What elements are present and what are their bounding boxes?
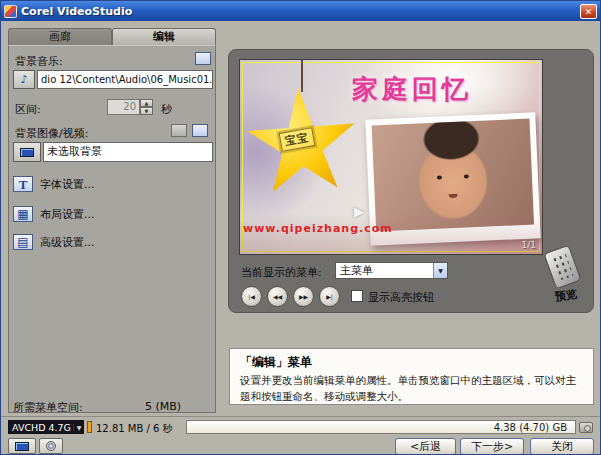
- window-title: Corel VideoStudio: [21, 5, 576, 18]
- go-last-button[interactable]: ▶|: [319, 286, 340, 307]
- duration-label: 区间:: [15, 102, 41, 117]
- monitor-icon: [20, 148, 34, 157]
- disc-icon: [579, 422, 593, 433]
- menu-preview-screen[interactable]: 宝宝 家庭回忆 ▶ www.qipeizhang.com 1/1: [239, 59, 543, 255]
- photo-image: [372, 119, 534, 232]
- tab-edit[interactable]: 编辑: [112, 28, 216, 45]
- spin-down-button[interactable]: ▼: [140, 107, 153, 115]
- play-overlay-icon[interactable]: ▶: [354, 204, 364, 219]
- duration-unit-label: 秒: [161, 102, 172, 117]
- show-highlight-checkbox[interactable]: [351, 290, 363, 302]
- current-menu-label: 当前显示的菜单:: [241, 265, 322, 280]
- chevron-down-icon[interactable]: ▼: [433, 263, 447, 278]
- go-next-button[interactable]: ▶▶: [293, 286, 314, 307]
- chevron-down-icon[interactable]: ▼: [73, 424, 84, 431]
- menu-title-text[interactable]: 家庭回忆: [352, 72, 472, 107]
- layout-settings-button[interactable]: ▦ 布局设置...: [13, 204, 213, 224]
- preview-mode-label: 预览: [554, 287, 578, 305]
- capacity-marker-icon: [87, 421, 92, 433]
- photo-face-detail: [449, 194, 458, 198]
- music-list-icon[interactable]: [195, 52, 211, 65]
- capacity-bar: 4.38 (4.70) GB: [186, 420, 576, 434]
- advanced-settings-button[interactable]: ▤ 高级设置...: [13, 232, 213, 252]
- back-button[interactable]: <后退: [395, 438, 456, 455]
- duration-value-field[interactable]: 20: [107, 99, 140, 115]
- go-first-icon: |◀: [248, 293, 255, 300]
- status-bar: AVCHD 4.7G ▼ 12.81 MB / 6 秒 4.38 (4.70) …: [1, 416, 601, 436]
- layout-settings-label: 布局设置...: [40, 207, 95, 222]
- tab-gallery[interactable]: 画廊: [8, 28, 112, 45]
- font-settings-label: 字体设置...: [40, 177, 95, 192]
- music-path-field[interactable]: dio 12\Content\Audio\06_Music01.mpa: [37, 70, 213, 89]
- background-image-label: 背景图像/视频:: [15, 126, 88, 141]
- advanced-icon: ▤: [13, 234, 33, 250]
- page-indicator: 1/1: [522, 240, 536, 250]
- background-select-field[interactable]: 未选取背景: [43, 142, 213, 162]
- remote-control-icon[interactable]: [543, 245, 581, 290]
- watermark-text: www.qipeizhang.com: [243, 222, 393, 235]
- videostudio-window: Corel VideoStudio ✕ 画廊 编辑 背景音乐: ♪ dio 12…: [0, 0, 601, 455]
- background-browse-button[interactable]: [13, 142, 41, 162]
- footer-bar: <后退 下一步> 关闭: [1, 438, 601, 455]
- layout-icon: ▦: [13, 206, 33, 222]
- spin-down-icon: ▼: [145, 108, 149, 114]
- spin-up-button[interactable]: ▲: [140, 99, 153, 107]
- disc-format-value: AVCHD 4.7G: [8, 422, 73, 433]
- current-menu-value: 主菜单: [336, 263, 433, 278]
- close-icon[interactable]: ✕: [580, 4, 597, 19]
- preview-panel: 宝宝 家庭回忆 ▶ www.qipeizhang.com 1/1 当前显示的菜单…: [228, 49, 594, 313]
- go-last-icon: ▶|: [326, 293, 333, 300]
- app-icon: [4, 5, 17, 18]
- current-menu-select[interactable]: 主菜单 ▼: [335, 262, 448, 279]
- close-button[interactable]: 关闭: [530, 438, 594, 455]
- title-bar: Corel VideoStudio ✕: [1, 1, 600, 21]
- go-previous-icon: ◀◀: [273, 293, 282, 300]
- font-icon: T: [13, 176, 33, 192]
- edit-options-panel: 背景音乐: ♪ dio 12\Content\Audio\06_Music01.…: [8, 45, 216, 413]
- burn-settings-button[interactable]: [39, 438, 63, 454]
- next-button[interactable]: 下一步>: [460, 438, 524, 455]
- font-settings-button[interactable]: T 字体设置...: [13, 174, 213, 194]
- advanced-settings-label: 高级设置...: [40, 235, 95, 250]
- image-icon[interactable]: [192, 124, 208, 137]
- music-note-icon: ♪: [20, 73, 27, 86]
- capacity-text: 4.38 (4.70) GB: [494, 422, 575, 433]
- disc-format-select[interactable]: AVCHD 4.7G ▼: [8, 420, 84, 434]
- required-space-value: 5 (MB): [145, 400, 181, 413]
- film-icon[interactable]: [171, 124, 187, 137]
- photo-face-detail: [437, 175, 442, 179]
- go-first-button[interactable]: |◀: [241, 286, 262, 307]
- required-space-label: 所需菜单空间:: [13, 400, 83, 415]
- info-box: 「编辑」菜单 设置并更改当前编辑菜单的属性。单击预览窗口中的主题区域，可以对主题…: [229, 348, 594, 405]
- background-music-label: 背景音乐:: [15, 54, 63, 69]
- monitor-icon: [15, 442, 29, 451]
- project-settings-button[interactable]: [8, 438, 36, 454]
- info-description: 设置并更改当前编辑菜单的属性。单击预览窗口中的主题区域，可以对主题和按钮重命名、…: [230, 373, 593, 405]
- info-title: 「编辑」菜单: [230, 349, 593, 373]
- music-browse-button[interactable]: ♪: [13, 70, 35, 89]
- show-highlight-label: 显示高亮按钮: [368, 290, 434, 305]
- star-string: [301, 60, 303, 92]
- used-space-text: 12.81 MB / 6 秒: [96, 422, 173, 436]
- remote-buttons-detail: [551, 252, 574, 281]
- go-next-icon: ▶▶: [299, 293, 308, 300]
- go-previous-button[interactable]: ◀◀: [267, 286, 288, 307]
- spin-up-icon: ▲: [145, 100, 149, 106]
- disc-icon: [46, 441, 56, 451]
- photo-face-detail: [464, 174, 469, 178]
